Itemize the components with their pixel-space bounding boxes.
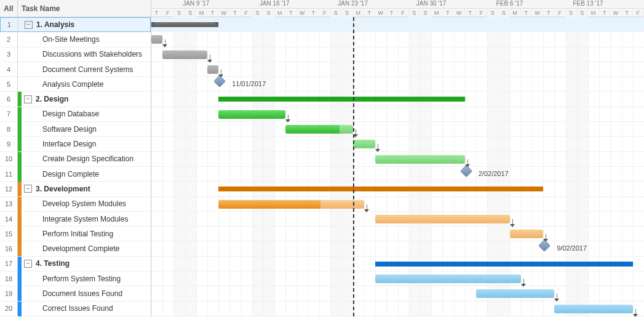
task-cell[interactable]: Document Issues Found: [18, 289, 151, 298]
gantt-row[interactable]: [151, 92, 644, 106]
task-cell[interactable]: Create Design Specification: [18, 154, 151, 163]
task-cell[interactable]: −3. Development: [18, 185, 151, 193]
task-bar[interactable]: [285, 125, 352, 134]
task-row-phase[interactable]: 1−1. Analysis: [0, 17, 151, 32]
summary-bar[interactable]: [151, 22, 218, 27]
gantt-row[interactable]: 2/02/2017: [151, 167, 644, 182]
task-cell[interactable]: Discussions with Stakeholders: [18, 50, 151, 58]
gantt-row[interactable]: [151, 62, 644, 77]
task-bar[interactable]: [207, 65, 218, 74]
gantt-row[interactable]: [151, 286, 644, 301]
task-row[interactable]: 2On-Site Meetings: [0, 32, 151, 47]
task-cell[interactable]: Develop System Modules: [18, 199, 151, 208]
task-row[interactable]: 13Develop System Modules: [0, 197, 151, 212]
milestone-diamond-icon[interactable]: [460, 165, 472, 177]
task-cell[interactable]: Design Complete: [18, 170, 151, 179]
task-bar[interactable]: [375, 155, 465, 164]
column-all-header[interactable]: All: [0, 0, 18, 17]
task-cell[interactable]: Correct Issues Found: [18, 304, 151, 313]
task-cell[interactable]: Development Complete: [18, 244, 151, 253]
collapse-toggle-icon[interactable]: −: [25, 21, 33, 29]
task-cell[interactable]: −2. Design: [18, 95, 151, 103]
task-bar[interactable]: [218, 200, 364, 209]
task-cell[interactable]: −1. Analysis: [18, 20, 150, 29]
task-cell[interactable]: Perform Initial Testing: [18, 230, 151, 238]
task-row[interactable]: 3Discussions with Stakeholders: [0, 47, 151, 62]
task-row[interactable]: 16Development Complete: [0, 241, 151, 256]
summary-bar[interactable]: [218, 97, 465, 102]
gantt-row[interactable]: [151, 302, 644, 316]
day-header: W: [453, 9, 464, 17]
milestone-diamond-icon[interactable]: [213, 75, 226, 87]
task-row-phase[interactable]: 12−3. Development: [0, 182, 151, 196]
gantt-row[interactable]: [151, 271, 644, 286]
gantt-row[interactable]: 9/02/2017: [151, 241, 644, 256]
gantt-row[interactable]: [151, 182, 644, 196]
summary-bar[interactable]: [375, 262, 633, 267]
task-row[interactable]: 8Software Design: [0, 122, 151, 137]
row-number: 8: [0, 122, 18, 137]
collapse-toggle-icon[interactable]: −: [24, 185, 32, 193]
task-cell[interactable]: Perform System Testing: [18, 275, 151, 283]
task-bar[interactable]: [375, 215, 509, 223]
task-cell[interactable]: Interface Design: [18, 140, 151, 148]
task-row[interactable]: 7Design Database: [0, 107, 151, 122]
task-row[interactable]: 19Document Issues Found: [0, 286, 151, 301]
day-header: M: [510, 9, 521, 17]
task-cell[interactable]: Software Design: [18, 125, 151, 134]
task-row[interactable]: 4Document Current Systems: [0, 62, 151, 77]
task-bar[interactable]: [218, 110, 285, 119]
task-row[interactable]: 15Perform Initial Testing: [0, 227, 151, 241]
task-bar[interactable]: [510, 230, 544, 238]
gantt-panel[interactable]: JAN 9 '17JAN 16 '17JAN 23 '17JAN 30 '17F…: [151, 0, 644, 317]
task-bar[interactable]: [375, 275, 521, 283]
row-number: 14: [0, 212, 18, 227]
column-taskname-header[interactable]: Task Name: [18, 0, 151, 17]
task-row[interactable]: 18Perform System Testing: [0, 271, 151, 286]
gantt-row[interactable]: [151, 152, 644, 167]
task-cell[interactable]: Analysis Complete: [18, 80, 151, 89]
summary-bar[interactable]: [218, 187, 543, 191]
week-label: FEB 6 '17: [496, 0, 523, 7]
task-row[interactable]: 20Correct Issues Found: [0, 302, 151, 316]
task-cell[interactable]: Document Current Systems: [18, 65, 151, 74]
gantt-row[interactable]: [151, 257, 644, 271]
task-cell[interactable]: −4. Testing: [18, 259, 151, 268]
collapse-toggle-icon[interactable]: −: [24, 260, 32, 268]
task-row[interactable]: 5Analysis Complete: [0, 77, 151, 92]
task-row[interactable]: 14Integrate System Modules: [0, 212, 151, 227]
task-row[interactable]: 11Design Complete: [0, 167, 151, 182]
gantt-body[interactable]: 11/01/20172/02/20179/02/2017: [151, 17, 644, 316]
day-header: T: [364, 9, 375, 17]
row-number: 12: [0, 182, 18, 196]
gantt-row[interactable]: [151, 17, 644, 32]
gantt-row[interactable]: [151, 137, 644, 151]
progress-remaining: [375, 275, 521, 283]
day-header: S: [185, 9, 196, 17]
task-bar[interactable]: [554, 305, 632, 313]
gantt-row[interactable]: [151, 227, 644, 241]
task-row[interactable]: 10Create Design Specification: [0, 152, 151, 167]
collapse-toggle-icon[interactable]: −: [24, 95, 32, 103]
task-cell[interactable]: Design Database: [18, 110, 151, 118]
gantt-row[interactable]: [151, 47, 644, 62]
task-bar[interactable]: [353, 140, 375, 148]
task-cell[interactable]: On-Site Meetings: [18, 35, 151, 44]
gantt-row[interactable]: [151, 32, 644, 47]
gantt-row[interactable]: [151, 212, 644, 227]
milestone-diamond-icon[interactable]: [538, 240, 551, 252]
task-row[interactable]: 9Interface Design: [0, 137, 151, 151]
gantt-row[interactable]: [151, 107, 644, 122]
gantt-row[interactable]: [151, 197, 644, 212]
task-row-phase[interactable]: 6−2. Design: [0, 92, 151, 106]
gantt-row[interactable]: [151, 122, 644, 137]
task-bar[interactable]: [476, 289, 554, 298]
task-row-phase[interactable]: 17−4. Testing: [0, 257, 151, 271]
milestone-label: 2/02/2017: [479, 170, 509, 177]
day-header: F: [319, 9, 330, 17]
gantt-row[interactable]: 11/01/2017: [151, 77, 644, 92]
task-cell[interactable]: Integrate System Modules: [18, 215, 151, 223]
task-bar[interactable]: [151, 35, 162, 44]
task-bar[interactable]: [162, 50, 207, 59]
task-name-label: Development Complete: [42, 244, 119, 253]
